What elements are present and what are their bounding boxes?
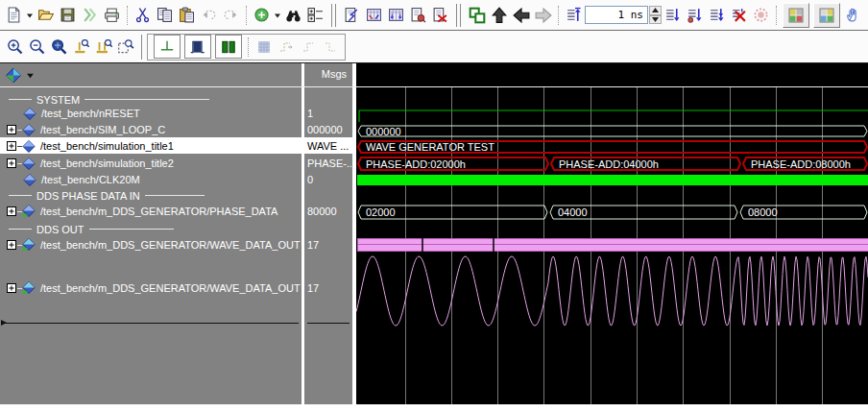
restart-icon[interactable]	[563, 4, 585, 27]
continue-run-icon[interactable]	[684, 4, 706, 27]
group-divider-system: SYSTEM	[4, 93, 214, 106]
spinner-down-icon[interactable]	[649, 15, 662, 25]
wave-mode-group	[147, 34, 346, 61]
end-simulation-icon[interactable]	[429, 4, 451, 27]
add-dropdown-caret[interactable]	[273, 4, 282, 27]
port-in-diamond-icon	[22, 205, 36, 218]
toolbar-separator	[127, 6, 128, 25]
signal-diamond-icon	[22, 158, 36, 170]
signal-row-simulation-title1[interactable]: /test_bench/simulation_title1	[0, 138, 301, 154]
signal-value: PHASE-...	[307, 156, 351, 171]
signal-label: /test_bench/CLK20M	[41, 174, 140, 185]
zoom-cursor-icon[interactable]	[70, 36, 92, 59]
memory-profile-icon[interactable]	[813, 3, 840, 28]
svg-text:PHASE-ADD:02000h: PHASE-ADD:02000h	[366, 158, 466, 170]
compile-all-icon[interactable]	[363, 4, 385, 27]
group-label: DDS OUT	[36, 224, 84, 235]
signal-label: /test_bench/simulation_title1	[40, 140, 174, 152]
add-item-icon[interactable]	[251, 4, 273, 27]
zoom-toolbar	[0, 31, 868, 62]
print-icon[interactable]	[101, 4, 123, 27]
forward-icon[interactable]	[532, 4, 554, 27]
pattern-icon[interactable]	[253, 36, 275, 59]
signal-row-phase-data[interactable]: /test_bench/m_DDS_GENERATOR/PHASE_DATA	[0, 204, 301, 219]
msgs-column-header[interactable]: Msgs	[304, 68, 347, 80]
copy-icon[interactable]	[154, 4, 176, 27]
compile-pages-icon[interactable]	[79, 4, 101, 27]
compile-icon[interactable]	[341, 4, 363, 27]
hand-pan-icon[interactable]	[842, 4, 864, 27]
break-icon[interactable]	[750, 4, 772, 27]
performance-profile-icon[interactable]	[783, 3, 809, 28]
next-transition-icon[interactable]	[275, 36, 297, 59]
cut-icon[interactable]	[132, 4, 154, 27]
signal-row-wave-data-out-2[interactable]: /test_bench/m_DDS_GENERATOR/WAVE_DATA_OU…	[0, 280, 301, 296]
next-rising-edge-icon[interactable]	[297, 36, 319, 59]
signal-row-nreset[interactable]: /test_bench/nRESET	[0, 106, 301, 121]
zoom-between-cursors-icon[interactable]	[92, 36, 114, 59]
signal-row-clk20m[interactable]: /test_bench/CLK20M	[0, 172, 301, 187]
svg-text:02000: 02000	[366, 206, 396, 218]
stop-icon[interactable]	[728, 4, 750, 27]
zoom-in-icon[interactable]	[4, 36, 26, 59]
zoom-range-icon[interactable]	[114, 36, 136, 59]
next-falling-edge-icon[interactable]	[319, 36, 341, 59]
simulate-icon[interactable]	[407, 4, 429, 27]
run-all-icon[interactable]	[706, 4, 728, 27]
signal-row-simulation-title2[interactable]: /test_bench/simulation_title2	[0, 156, 301, 171]
signal-value: 17	[307, 280, 351, 296]
new-document-icon[interactable]	[3, 4, 25, 27]
expand-plus-icon[interactable]	[7, 141, 17, 152]
redo-icon[interactable]	[220, 4, 242, 27]
open-folder-icon[interactable]	[35, 4, 57, 27]
wave-panel[interactable]: 000000WAVE GENERATOR TESTPHASE-ADD:02000…	[356, 63, 868, 405]
compile-order-icon[interactable]	[385, 4, 407, 27]
new-dropdown-caret[interactable]	[25, 4, 35, 27]
signal-row-sim-loop-c[interactable]: /test_bench/SIM_LOOP_C	[0, 122, 301, 137]
expand-plus-icon[interactable]	[7, 240, 17, 251]
zoom-out-icon[interactable]	[26, 36, 48, 59]
expand-plus-icon[interactable]	[7, 125, 17, 135]
signal-diamond-icon[interactable]	[5, 67, 35, 84]
toolbar-separator	[248, 37, 249, 57]
signal-value: 80000	[307, 204, 351, 219]
toolbar-group-border	[331, 4, 336, 27]
back-icon[interactable]	[510, 4, 532, 27]
undo-icon[interactable]	[198, 4, 220, 27]
run-length-field[interactable]: 1 ns	[585, 6, 648, 24]
column-splitter[interactable]	[301, 63, 304, 405]
zoom-full-icon[interactable]	[48, 36, 70, 59]
paste-icon[interactable]	[176, 4, 198, 27]
modelsim-window: 1 ns 000000W	[0, 0, 868, 412]
save-icon[interactable]	[57, 4, 79, 27]
select-mode-icon[interactable]	[154, 35, 181, 59]
environment-link-icon[interactable]	[466, 4, 488, 27]
header-divider	[0, 86, 868, 87]
signal-label: /test_bench/m_DDS_GENERATOR/PHASE_DATA	[40, 206, 277, 217]
run-length-spinner[interactable]	[649, 6, 662, 24]
svg-text:PHASE-ADD:08000h: PHASE-ADD:08000h	[751, 158, 851, 170]
group-divider-dds-out: DDS OUT	[4, 223, 179, 235]
environment-up-icon[interactable]	[488, 4, 510, 27]
expand-plus-icon[interactable]	[7, 283, 17, 294]
port-out-diamond-icon	[22, 281, 36, 295]
panel-splitter[interactable]	[352, 63, 356, 405]
run-icon[interactable]	[662, 4, 684, 27]
port-out-diamond-icon	[22, 238, 36, 252]
signal-value: WAVE ...	[307, 138, 351, 154]
signal-label: /test_bench/nRESET	[41, 108, 140, 119]
toolbar-separator	[246, 6, 247, 25]
expand-plus-icon[interactable]	[7, 206, 17, 217]
signal-label: /test_bench/m_DDS_GENERATOR/WAVE_DATA_OU…	[40, 239, 301, 251]
find-icon[interactable]	[282, 4, 304, 27]
expand-tree-icon[interactable]	[304, 4, 326, 27]
edit-mode-icon[interactable]	[184, 35, 211, 59]
spinner-up-icon[interactable]	[649, 6, 662, 15]
expand-plus-icon[interactable]	[7, 158, 17, 169]
group-label: DDS PHASE DATA IN	[36, 190, 140, 202]
cursor-bar[interactable]	[3, 323, 299, 324]
signal-row-wave-data-out-1[interactable]: /test_bench/m_DDS_GENERATOR/WAVE_DATA_OU…	[0, 237, 301, 253]
header-dropdown-caret[interactable]	[26, 71, 35, 80]
draw-mode-icon[interactable]	[215, 35, 242, 59]
signal-diamond-icon	[23, 174, 36, 186]
